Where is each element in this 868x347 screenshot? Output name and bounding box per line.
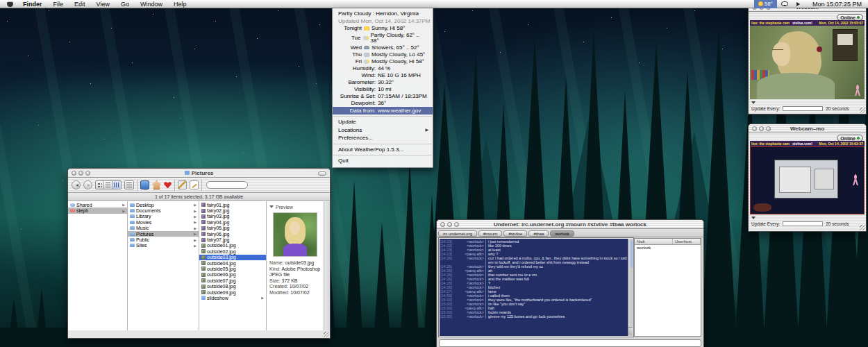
irc-titlebar[interactable]: Undernet: irc.undernet.org #mourn #stvli…: [437, 220, 703, 229]
close-button[interactable]: [72, 171, 76, 176]
preview-header[interactable]: Preview: [269, 204, 321, 210]
file-row[interactable]: outside04.jpg ▶: [199, 260, 266, 266]
file-row[interactable]: outside01.jpg ▶: [199, 243, 266, 248]
weatherpop-menulet[interactable]: 58°: [754, 0, 777, 8]
file-row[interactable]: outside05.jpg ▶: [199, 266, 266, 271]
file-row[interactable]: outside02.jpg ▶: [199, 248, 266, 254]
folder-row[interactable]: Music ▶: [128, 226, 199, 231]
finder-titlebar[interactable]: Pictures: [68, 169, 330, 178]
menu-item[interactable]: Preferences...: [333, 134, 433, 142]
folder-row[interactable]: Shared ▶: [68, 202, 127, 208]
folder-icon: [130, 238, 135, 242]
file-row[interactable]: outside06.jpg ▶: [199, 272, 266, 278]
chat-menulet-icon[interactable]: [781, 1, 788, 6]
close-button[interactable]: [752, 126, 757, 131]
menubar-item[interactable]: Go: [115, 0, 135, 8]
scrollbar-arrows[interactable]: [628, 327, 633, 335]
file-row[interactable]: outside08.jpg ▶: [199, 283, 266, 289]
menubar-clock[interactable]: Mon 15:07:25 PM: [806, 1, 868, 8]
minimize-button[interactable]: [759, 126, 764, 131]
scrollbar-thumb[interactable]: [629, 240, 633, 268]
column-view-button[interactable]: [112, 181, 121, 189]
menu-item[interactable]: Update: [333, 118, 433, 126]
disclosure-triangle-icon[interactable]: [751, 217, 756, 221]
disclosure-triangle-icon[interactable]: [751, 101, 756, 106]
forecast-row[interactable]: Fri Mostly Cloudy, Hi 58°: [333, 58, 433, 65]
folder-row[interactable]: Pictures ▶: [128, 231, 199, 237]
compose-icon[interactable]: [190, 180, 199, 189]
message-input-field[interactable]: [439, 339, 701, 347]
update-progress-bar[interactable]: [783, 106, 823, 111]
file-row[interactable]: fairy05.jpg ▶: [199, 226, 266, 231]
menubar-item[interactable]: Help: [168, 0, 192, 8]
file-row[interactable]: slideshow ▶: [199, 295, 266, 301]
menubar-item[interactable]: File: [48, 0, 69, 8]
folder-row[interactable]: Public ▶: [128, 237, 199, 242]
applications-icon[interactable]: [178, 180, 187, 189]
forecast-row[interactable]: Tonight Sunny, Hi 58°: [333, 25, 433, 32]
zoom-button[interactable]: [766, 126, 771, 131]
file-row[interactable]: outside03.jpg ▶: [199, 255, 266, 260]
weather-source-row[interactable]: Data from: www.weather.gov: [333, 107, 433, 115]
forecast-row[interactable]: Thu Mostly Cloudy, Lo 45°: [333, 51, 433, 58]
volume-menulet-icon[interactable]: [796, 2, 802, 6]
file-row[interactable]: fairy02.jpg ▶: [199, 208, 266, 213]
file-row[interactable]: fairy06.jpg ▶: [199, 231, 266, 237]
minimize-button[interactable]: [447, 222, 452, 227]
chat-scrollbar[interactable]: [628, 239, 633, 336]
close-button[interactable]: [440, 222, 445, 227]
update-progress-bar[interactable]: [783, 221, 823, 226]
zoom-button[interactable]: [85, 171, 90, 176]
finder-search-field[interactable]: [206, 181, 248, 189]
resize-grip[interactable]: [324, 332, 329, 337]
nick-column-header[interactable]: Nick: [635, 239, 673, 244]
channel-tab[interactable]: irc.undernet.org: [438, 230, 477, 237]
folder-row[interactable]: Movies ▶: [128, 219, 199, 225]
folder-row[interactable]: Sites ▶: [128, 243, 199, 248]
vertical-scrollbar[interactable]: [324, 201, 330, 330]
file-row[interactable]: outside09.jpg ▶: [199, 289, 266, 295]
desktop: FinderFileEditViewGoWindowHelp 58° Mon 1…: [0, 0, 868, 347]
channel-tab[interactable]: worlock: [550, 230, 574, 237]
file-row[interactable]: fairy03.jpg ▶: [199, 214, 266, 219]
channel-tab[interactable]: #tbaa: [528, 230, 549, 237]
userhost-column-header[interactable]: Userhost: [673, 239, 701, 244]
file-row[interactable]: fairy07.jpg ▶: [199, 237, 266, 242]
chevron-right-icon: ▶: [194, 214, 197, 219]
menu-item[interactable]: Locations: [333, 126, 433, 135]
home-icon[interactable]: [152, 180, 161, 189]
channel-tab[interactable]: #mourn: [478, 230, 502, 237]
folder-row[interactable]: Desktop ▶: [128, 202, 199, 208]
favorites-heart-icon[interactable]: [164, 182, 172, 189]
folder-row[interactable]: Library ▶: [128, 214, 199, 219]
menubar-item[interactable]: Edit: [69, 0, 91, 8]
search-input[interactable]: [207, 187, 247, 193]
zoom-button[interactable]: [454, 222, 459, 227]
toolbar-toggle-button[interactable]: [318, 171, 326, 176]
forecast-row[interactable]: Wed Showers, 65° .. 52°: [333, 44, 433, 51]
menu-item-quit[interactable]: Quit: [333, 157, 433, 165]
menubar-item[interactable]: Finder: [17, 0, 48, 8]
channel-tab[interactable]: #stvlive: [503, 230, 527, 237]
webcam-titlebar[interactable]: Webcam–mo: [749, 124, 866, 133]
file-row[interactable]: fairy04.jpg ▶: [199, 219, 266, 225]
apple-menu-icon[interactable]: [7, 1, 13, 7]
minimize-button[interactable]: [78, 171, 83, 176]
folder-row[interactable]: Documents ▶: [128, 208, 199, 213]
menubar-item[interactable]: View: [91, 0, 115, 8]
back-button[interactable]: [72, 180, 81, 189]
view-options-control[interactable]: [124, 180, 134, 189]
forward-button[interactable]: [83, 180, 92, 189]
icon-view-button[interactable]: [96, 181, 104, 189]
forecast-row[interactable]: Tue Partly Cloudy, 62° .. 38°: [333, 32, 433, 44]
file-row[interactable]: outside07.jpg ▶: [199, 278, 266, 283]
file-row[interactable]: fairy01.jpg ▶: [199, 202, 266, 208]
computer-icon[interactable]: [140, 180, 149, 189]
menubar-item[interactable]: Window: [135, 0, 168, 8]
list-view-button[interactable]: [104, 181, 112, 189]
resize-grip[interactable]: [860, 225, 865, 230]
folder-row[interactable]: steph ▶: [68, 208, 127, 213]
menu-item-about[interactable]: About WeatherPop 1.5.3...: [333, 146, 433, 154]
nick-item[interactable]: worlock: [637, 246, 699, 251]
resize-grip[interactable]: [860, 108, 865, 113]
